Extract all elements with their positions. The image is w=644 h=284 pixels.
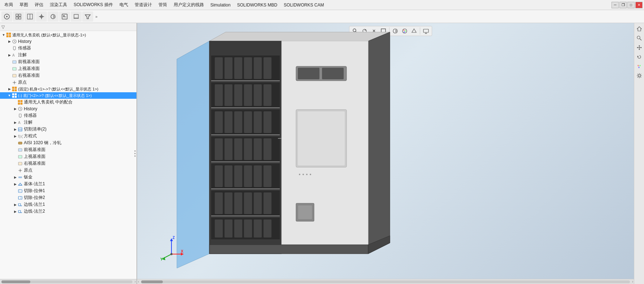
tree-item-door-assembly[interactable]: ▼ (-) 底门<2>->? (默认<<默认_显示状态 1>) xyxy=(0,92,136,99)
cutlist-icon xyxy=(17,127,23,132)
mates-icon xyxy=(17,99,23,105)
frontplane-label: 前视基准面 xyxy=(18,59,40,65)
dimensions-button[interactable] xyxy=(71,12,82,22)
equation-expand: ▶ xyxy=(13,134,17,138)
rightplane2-label: 右视基准面 xyxy=(24,160,45,167)
left-panel-scrollbar[interactable]: › xyxy=(0,279,136,284)
menu-sketch[interactable]: 草图 xyxy=(17,1,31,9)
tree-item-annotation-1[interactable]: ▶ A 注解 xyxy=(0,52,136,58)
snap-button[interactable] xyxy=(36,12,47,22)
3d-viewport[interactable]: ✕ xyxy=(137,23,644,284)
left-scroll-track xyxy=(1,280,132,283)
menu-simulation[interactable]: Simulation xyxy=(208,2,234,8)
menu-piping[interactable]: 管道设计 xyxy=(132,1,155,9)
svg-text:Y: Y xyxy=(160,257,163,261)
menu-electric[interactable]: 电气 xyxy=(117,1,131,9)
frontplane-expand xyxy=(7,60,12,64)
rightplane2-icon xyxy=(17,161,23,167)
sheetmetal-label: 钣金 xyxy=(24,174,32,180)
tree-item-front-plane-2[interactable]: 前视基准面 xyxy=(0,146,136,153)
close-button[interactable]: ✕ xyxy=(635,2,643,8)
tree-item-cut-extrude2[interactable]: 切除-拉伸2 xyxy=(0,194,136,201)
topplane-label: 上视基准面 xyxy=(18,66,40,72)
tree-item-sensor-1[interactable]: 传感器 xyxy=(0,45,136,52)
origin2-label: 原点 xyxy=(24,167,32,173)
rs-pan-icon[interactable] xyxy=(635,43,644,52)
select-tool-button[interactable] xyxy=(1,12,12,22)
tree-item-origin-2[interactable]: 原点 xyxy=(0,167,136,174)
tree-item-history-2[interactable]: ▶ History xyxy=(0,106,136,112)
material-label: AISI 1020 钢，冷轧 xyxy=(24,140,61,146)
panel-resize-handle[interactable] xyxy=(134,23,136,284)
sensor1-icon xyxy=(12,45,17,51)
tree-root[interactable]: ▼ 通用无人售卖机 (默认<默认_显示状态-1>) xyxy=(0,32,136,38)
svg-rect-132 xyxy=(234,192,242,214)
menu-sw-plugins[interactable]: SOLIDWORKS 插件 xyxy=(71,1,116,9)
tree-item-sensor-2[interactable]: 传感器 xyxy=(0,112,136,119)
tree-item-front-plane[interactable]: 前视基准面 xyxy=(0,58,136,65)
tree-item-history-1[interactable]: ▶ History xyxy=(0,38,136,45)
scroll-thumb[interactable] xyxy=(141,280,163,283)
tree-item-right-plane[interactable]: 右视基准面 xyxy=(0,72,136,79)
menu-sw-mbd[interactable]: SOLIDWORKS MBD xyxy=(234,2,280,8)
tree-item-material[interactable]: AISI 1020 钢，冷轧 xyxy=(0,139,136,146)
left-scroll-thumb[interactable] xyxy=(1,280,30,283)
filter-button[interactable] xyxy=(82,12,93,22)
menu-tube[interactable]: 管筒 xyxy=(156,1,170,9)
tree-content[interactable]: ▼ 通用无人售卖机 (默认<默认_显示状态-1>) ▶ History xyxy=(0,31,136,279)
svg-rect-145 xyxy=(298,68,319,79)
tree-item-equation[interactable]: ▶ f(x) 方程式 xyxy=(0,133,136,139)
scroll-left-arrow[interactable]: ‹ xyxy=(137,280,140,284)
tree-item-top-plane-2[interactable]: 上视基准面 xyxy=(0,153,136,160)
sheetmetal-expand: ▶ xyxy=(13,175,17,179)
tree-item-edge-flange2[interactable]: ▶ 边线-法兰2 xyxy=(0,208,136,215)
rs-settings-icon[interactable] xyxy=(635,71,644,80)
display-button[interactable] xyxy=(48,12,58,22)
origin2-expand xyxy=(13,168,17,173)
rs-home-icon[interactable] xyxy=(635,25,644,33)
restore-button[interactable]: ❐ xyxy=(619,2,627,8)
menu-custom-routing[interactable]: 用户定义的线路 xyxy=(171,1,207,9)
hide-button[interactable] xyxy=(59,12,70,22)
tree-item-body-assembly[interactable]: ▶ (固定) 机身<1>->? (默认<<默认_显示状态 1>) xyxy=(0,86,136,92)
body-assembly-label: (固定) 机身<1>->? (默认<<默认_显示状态 1>) xyxy=(18,86,99,92)
tree-item-origin-1[interactable]: 原点 xyxy=(0,79,136,86)
tree-item-edge-flange1[interactable]: ▶ 边线-法兰1 xyxy=(0,201,136,208)
body-assembly-icon xyxy=(12,86,17,92)
svg-rect-133 xyxy=(244,192,252,214)
tree-item-cutlist[interactable]: ▶ 切割清单(2) xyxy=(0,126,136,133)
tree-item-right-plane-2[interactable]: 右视基准面 xyxy=(0,160,136,167)
svg-rect-134 xyxy=(254,192,262,214)
main-layout: ▽ ▼ 通用无人售卖机 (默认<默认_显示状态-1>) ▶ History xyxy=(0,23,644,284)
menu-sw-cam[interactable]: SOLIDWORKS CAM xyxy=(281,2,327,8)
tree-item-sheetmetal[interactable]: ▶ 钣金 xyxy=(0,174,136,181)
annotation1-icon: A xyxy=(12,52,17,58)
tree-item-base-flange[interactable]: ▶ 基体-法兰1 xyxy=(0,181,136,187)
vp-display-icon[interactable] xyxy=(422,27,430,35)
menu-evaluate[interactable]: 评估 xyxy=(32,1,46,9)
view-orient-button[interactable] xyxy=(13,12,24,22)
scroll-right-arrow[interactable]: › xyxy=(631,280,634,284)
svg-rect-45 xyxy=(21,103,22,105)
svg-rect-115 xyxy=(225,138,232,160)
minimize-button[interactable]: ─ xyxy=(612,2,619,8)
frontplane2-label: 前视基准面 xyxy=(24,147,45,153)
toolbar-more-button[interactable]: » xyxy=(94,14,99,19)
svg-rect-143 xyxy=(264,219,271,238)
viewport-scrollbar[interactable]: ‹ › xyxy=(137,279,634,284)
rs-zoom-icon[interactable] xyxy=(635,34,644,43)
svg-rect-36 xyxy=(12,89,14,91)
tree-item-annotation-2[interactable]: ▶ A 注解 xyxy=(0,119,136,126)
svg-rect-21 xyxy=(9,33,11,35)
svg-marker-175 xyxy=(637,47,638,48)
maximize-button[interactable]: □ xyxy=(627,2,635,8)
section-button[interactable] xyxy=(25,12,35,22)
tree-item-mates[interactable]: 通用无人售卖机 中的配合 xyxy=(0,99,136,106)
svg-point-169 xyxy=(637,36,640,39)
tree-item-top-plane[interactable]: 上视基准面 xyxy=(0,65,136,72)
tree-item-cut-extrude1[interactable]: 切除-拉伸1 xyxy=(0,187,136,194)
menu-layout[interactable]: 布局 xyxy=(1,1,16,9)
menu-render[interactable]: 渲染工具 xyxy=(47,1,70,9)
rs-rotate-icon[interactable] xyxy=(635,53,644,61)
rs-appearance-icon[interactable] xyxy=(635,62,644,71)
